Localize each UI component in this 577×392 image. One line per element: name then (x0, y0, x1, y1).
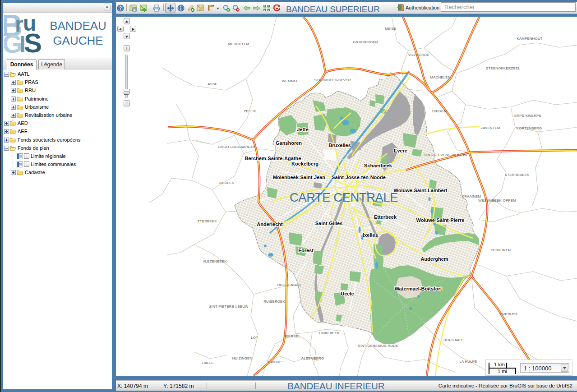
svg-text:HOEILAART: HOEILAART (443, 338, 464, 342)
svg-text:WEZEMBEEK-OPPEM: WEZEMBEEK-OPPEM (478, 198, 516, 203)
svg-text:Watermael-Boitsfort: Watermael-Boitsfort (395, 286, 442, 291)
svg-text:Auderghem: Auderghem (420, 256, 448, 262)
svg-text:ZAVENTEM: ZAVENTEM (480, 126, 500, 130)
svg-text:TERVUREN: TERVUREN (491, 248, 511, 252)
svg-text:VILVOORDE: VILVOORDE (408, 53, 429, 57)
svg-text:MERCHTEM: MERCHTEM (228, 42, 249, 46)
svg-text:LA HULPE: LA HULPE (460, 360, 477, 364)
svg-text:ALSEMBERG: ALSEMBERG (301, 356, 324, 360)
svg-text:KAMPENHOUT: KAMPENHOUT (517, 37, 542, 41)
svg-text:VLEZENBEEK: VLEZENBEEK (203, 259, 227, 263)
svg-text:?: ? (119, 6, 122, 11)
svg-text:DWORP: DWORP (268, 360, 282, 364)
svg-text:Uccle: Uccle (341, 291, 354, 296)
svg-text:KORTENBERG: KORTENBERG (517, 126, 542, 130)
svg-text:CARTE CENTRALE: CARTE CENTRALE (290, 190, 398, 204)
svg-text:Schaerbeek: Schaerbeek (364, 163, 392, 168)
svg-text:Berchem-Sainte-Agathe: Berchem-Sainte-Agathe (245, 156, 301, 161)
svg-text:Saint-Josse-ten-Noode: Saint-Josse-ten-Noode (332, 175, 386, 180)
svg-text:ITTERBEEK: ITTERBEEK (196, 219, 217, 223)
svg-text:RUISBROEK: RUISBROEK (263, 300, 285, 304)
svg-text:MEISE: MEISE (385, 27, 396, 31)
svg-text:LOT: LOT (251, 336, 258, 340)
svg-text:Molenbeek-Saint-Jean: Molenbeek-Saint-Jean (273, 175, 325, 180)
svg-text:STEENOKKERZEEL: STEENOKKERZEEL (486, 66, 520, 70)
svg-text:BEERSEL: BEERSEL (283, 334, 300, 338)
svg-text:HUIZINGEN: HUIZINGEN (232, 356, 253, 360)
svg-text:LINKEBEEK: LINKEBEEK (319, 331, 340, 335)
svg-text:Koekelberg: Koekelberg (291, 161, 319, 166)
svg-text:Saint-Gilles: Saint-Gilles (315, 221, 343, 226)
svg-text:Anderlecht: Anderlecht (257, 221, 283, 227)
svg-text:WEMMEL: WEMMEL (282, 79, 299, 83)
svg-text:Ganshoren: Ganshoren (276, 140, 302, 146)
svg-text:DIEGEM: DIEGEM (432, 109, 447, 113)
svg-text:ASSE: ASSE (208, 82, 217, 86)
svg-text:HALLE: HALLE (202, 361, 214, 365)
svg-text:Ixelles: Ixelles (363, 232, 378, 238)
svg-text:STROMBEEK-BEVER: STROMBEEK-BEVER (314, 78, 351, 82)
svg-text:DROGENBOS: DROGENBOS (277, 283, 301, 287)
svg-text:ERPS-KWERPS: ERPS-KWERPS (514, 114, 541, 118)
svg-text:MACHELEN: MACHELEN (430, 75, 451, 79)
svg-text:STERREBEEK: STERREBEEK (505, 173, 530, 177)
svg-text:Woluwe-Saint-Pierre: Woluwe-Saint-Pierre (416, 217, 465, 223)
svg-text:DILBEEK: DILBEEK (219, 181, 235, 185)
svg-text:SINT-PIETERS-LEEUW: SINT-PIETERS-LEEUW (209, 304, 249, 309)
svg-text:GROOT-BIJGAARDEN: GROOT-BIJGAARDEN (218, 145, 256, 149)
svg-text:Jette: Jette (297, 127, 309, 132)
svg-text:Woluwe-Saint-Lambert: Woluwe-Saint-Lambert (394, 188, 448, 193)
svg-text:KRAAINEM: KRAAINEM (462, 194, 481, 198)
svg-text:ZELLIK: ZELLIK (244, 109, 256, 113)
svg-text:SINT-GENESIUS-RODE: SINT-GENESIUS-RODE (358, 344, 398, 348)
svg-text:Evere: Evere (394, 148, 407, 153)
svg-text:SINT-STEVENS-WOLUWE: SINT-STEVENS-WOLUWE (424, 153, 469, 157)
svg-text:Forest: Forest (298, 248, 314, 253)
svg-text:GRIMBERGEN: GRIMBERGEN (353, 40, 378, 44)
svg-text:OVERIJSE: OVERIJSE (500, 312, 518, 316)
svg-text:Bruxelles: Bruxelles (328, 143, 351, 148)
svg-text:Etterbeek: Etterbeek (374, 214, 397, 220)
